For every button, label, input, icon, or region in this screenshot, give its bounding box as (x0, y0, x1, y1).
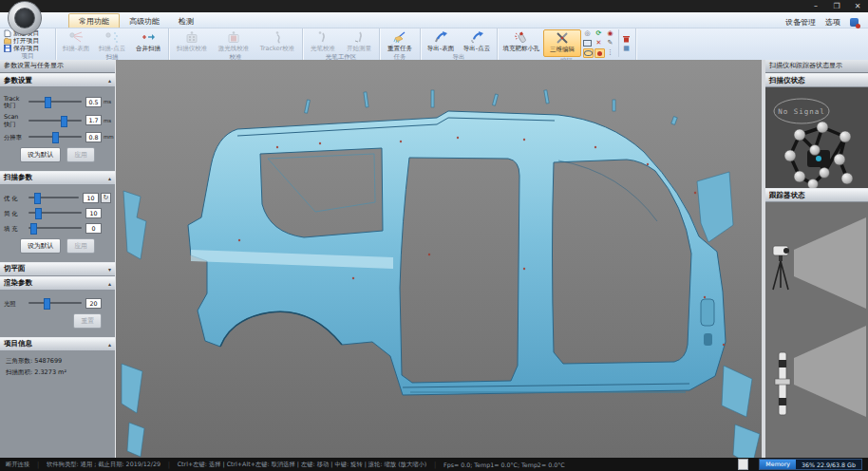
device-status-panel: 扫描仪和跟踪器状态显示 扫描仪状态 No Signal (765, 60, 868, 458)
tracker-calibration-button[interactable]: Tracker校准 (255, 29, 300, 53)
scan-surface-button[interactable]: 扫描-表面 (58, 29, 94, 53)
export-surface-button[interactable]: 导出-表面 (423, 29, 459, 53)
tracker-camera-icon (769, 240, 794, 297)
slider-thumb[interactable] (35, 208, 42, 219)
account-icon[interactable] (850, 18, 859, 27)
tab-common-functions[interactable]: 常用功能 (68, 13, 120, 28)
slider-thumb[interactable] (52, 132, 59, 143)
resolution-value[interactable]: 0.8 (85, 132, 102, 142)
collapse-arrow-icon: ▴ (108, 341, 111, 348)
slider-thumb[interactable] (44, 298, 50, 310)
scanner-calibration-button[interactable]: 扫描仪校准 (171, 29, 213, 53)
statusbar-separator: │ (167, 462, 171, 468)
app-logo-inner (14, 8, 35, 28)
connection-status[interactable]: 断开连接 (6, 461, 29, 469)
param-set-default-button[interactable]: 设为默认 (20, 147, 61, 162)
simplify-row: 简 化 10 (4, 208, 111, 218)
resolution-row: 分辨率 0.8 mm (4, 132, 111, 142)
scan-shutter-slider[interactable] (28, 120, 82, 122)
scan-shutter-value[interactable]: 1.7 (85, 115, 102, 125)
delete-icon[interactable] (622, 35, 631, 43)
pen-calibration-icon (315, 30, 330, 44)
triangle-count-label: 三角形数: (6, 357, 32, 365)
refresh-selection-icon[interactable]: ⟳ (594, 29, 603, 37)
section-scanner-status[interactable]: 扫描仪状态 (765, 73, 868, 87)
slider-thumb[interactable] (34, 193, 41, 204)
section-render-params[interactable]: 渲染参数▴ (0, 276, 115, 291)
reset-task-button[interactable]: 重置任务 (382, 29, 418, 53)
ribbon-group-pen-workspace: 光笔校准 开始测量 光笔工作区 (303, 28, 380, 60)
view-mode-icon[interactable]: ◎ (583, 29, 592, 37)
start-measure-icon (351, 30, 367, 44)
slider-thumb[interactable] (30, 223, 37, 235)
laser-calibration-button[interactable]: 激光线校准 (213, 29, 255, 53)
close-button[interactable]: ✕ (847, 0, 868, 12)
section-param-settings[interactable]: 参数设置▴ (0, 73, 115, 87)
mouse-hints: Ctrl+左键: 选择 | Ctrl+Alt+左键: 取消选择 | 左键: 移动… (178, 461, 427, 469)
merge-scan-button[interactable]: 合并扫描 (130, 29, 166, 53)
track-shutter-value[interactable]: 0.5 (85, 97, 102, 107)
license-info: 软件狗类型: 通用 ; 截止日期: 2019/12/29 (47, 461, 160, 469)
edit-3d-button[interactable]: 三维编辑 (543, 29, 581, 57)
menu-options[interactable]: 选项 (825, 17, 840, 28)
track-shutter-slider[interactable] (28, 101, 82, 103)
section-tracker-status[interactable]: 跟踪器状态 (765, 188, 868, 202)
simplify-slider[interactable] (28, 212, 82, 214)
resize-grip[interactable] (738, 459, 748, 470)
title-bar: – ❐ ✕ (0, 0, 868, 12)
lighting-value[interactable]: 20 (85, 298, 102, 309)
pencil-icon[interactable]: ✎ (606, 39, 614, 47)
maximize-button[interactable]: ❐ (826, 0, 847, 12)
start-measure-button[interactable]: 开始测量 (341, 29, 377, 53)
save-project-button[interactable]: 保存项目 (4, 45, 51, 52)
ribbon-group-task: 重置任务 任务 (380, 28, 421, 60)
scan-apply-button[interactable]: 应用 (66, 238, 95, 254)
table-view-icon[interactable]: ▦ (622, 45, 631, 52)
rect-select-icon[interactable] (583, 39, 592, 47)
fill-value[interactable]: 0 (85, 223, 102, 234)
fill-marker-holes-button[interactable]: 填充靶标小孔 (500, 29, 543, 57)
more-options-icon[interactable]: ⋮ (606, 48, 614, 56)
new-project-icon (4, 29, 11, 37)
resolution-slider[interactable] (28, 136, 82, 138)
optimize-value[interactable]: 10 (83, 193, 99, 203)
section-clip-plane[interactable]: 切平面▾ (0, 262, 115, 276)
render-reset-button[interactable]: 重置 (73, 313, 102, 329)
ribbon-group-edit: 填充靶标小孔 三维编辑 ◎ ⟳ ◉ ✕ ✎ ⋮ (498, 28, 636, 60)
optimize-refresh-icon[interactable]: ↻ (101, 193, 111, 203)
fill-slider[interactable] (28, 227, 82, 229)
export-pointcloud-button[interactable]: 导出-点云 (459, 29, 495, 53)
slider-thumb[interactable] (45, 97, 51, 108)
laser-calibration-icon (226, 30, 241, 44)
optimize-label: 优 化 (4, 195, 27, 201)
optimize-slider[interactable] (28, 197, 79, 198)
lighting-row: 光照 20 (4, 298, 111, 309)
section-scan-params-label: 扫描参数 (4, 173, 32, 182)
collapse-arrow-icon: ▾ (108, 266, 111, 273)
reset-task-icon (392, 30, 407, 44)
tab-inspection[interactable]: 检测 (169, 14, 203, 28)
optimize-row: 优 化 10 ↻ (4, 193, 111, 203)
simplify-value[interactable]: 10 (85, 208, 102, 218)
pen-calibration-button[interactable]: 光笔校准 (305, 29, 341, 53)
memory-indicator: Memory 36% 22.9/63.8 Gb (759, 459, 862, 470)
section-project-info[interactable]: 项目信息▴ (0, 337, 115, 351)
param-apply-button[interactable]: 应用 (66, 147, 95, 162)
section-scan-params[interactable]: 扫描参数▴ (0, 171, 115, 185)
ribbon-tab-row: 常用功能 高级功能 检测 设备管理 选项 (0, 12, 868, 28)
scan-pointcloud-button[interactable]: 扫描-点云 (94, 29, 130, 53)
record-icon[interactable]: ◉ (606, 29, 614, 37)
app-logo-icon[interactable] (8, 1, 42, 35)
menu-device-management[interactable]: 设备管理 (785, 17, 816, 28)
scan-set-default-button[interactable]: 设为默认 (20, 238, 61, 254)
3d-viewport[interactable] (116, 60, 762, 458)
merge-scan-label: 合并扫描 (136, 45, 160, 53)
collapse-arrow-icon: ▴ (108, 175, 111, 181)
minimize-button[interactable]: – (805, 0, 826, 12)
tracker-calibration-label: Tracker校准 (260, 45, 294, 53)
delete-selected-icon[interactable]: ✕ (594, 39, 603, 47)
scan-area-label: 扫描面积: (6, 368, 32, 376)
tab-advanced-functions[interactable]: 高级功能 (120, 14, 169, 28)
slider-thumb[interactable] (61, 116, 67, 127)
lighting-slider[interactable] (28, 302, 82, 304)
